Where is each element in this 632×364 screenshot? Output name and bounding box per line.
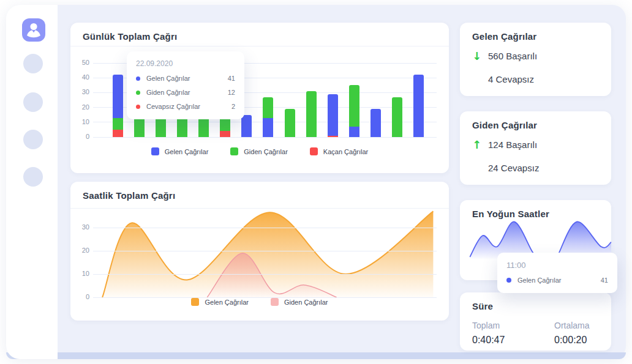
legend-label: Gelen Çağrılar [205,299,249,306]
y-tick-label: 10 [72,118,89,125]
bar-day-8[interactable] [263,97,273,137]
legend-item-giden[interactable]: Giden Çağrılar [271,298,328,306]
cevapsiz-dot-icon [136,105,140,109]
tooltip-label: Gelen Çağrılar [146,75,190,82]
tooltip-row: Gelen Çağrılar 41 [506,277,608,284]
daily-chart-title: Günlük Toplam Çağrı [83,31,177,42]
y-tick-label: 20 [72,247,89,254]
legend-swatch-giden [230,147,238,155]
daily-legend: Gelen Çağrılar Giden Çağrılar Kaçan Çağr… [70,147,449,155]
tooltip-label: Gelen Çağrılar [517,277,562,284]
sidebar-nav-placeholder-4[interactable] [23,167,43,187]
legend-label: Giden Çağrılar [244,148,288,155]
tooltip-label: Giden Çağrılar [146,89,190,96]
legend-label: Kaçan Çağrılar [323,148,368,155]
incoming-missed-text: 4 Cevapsız [488,74,534,84]
dashboard-window: Günlük Toplam Çağrı 50403020100 Gelen Ça… [6,5,626,359]
outgoing-card-title: Giden Çağrılar [472,120,537,130]
bar-segment [263,97,273,118]
gridline [93,274,437,275]
bar-day-13[interactable] [371,109,381,137]
tooltip-date: 22.09.2020 [136,59,235,68]
bar-segment [113,75,123,117]
outgoing-missed-text: 24 Cevapsız [488,163,539,173]
tooltip-label: Cevapsız Çağrılar [146,103,200,110]
sidebar [6,5,58,359]
incoming-card-title: Gelen Çağrılar [472,31,536,42]
y-tick-label: 40 [72,73,89,81]
bar-segment [371,109,381,137]
hourly-chart-title: Saatlik Toplam Çağrı [83,190,175,201]
arrow-down-icon: ↓ [472,50,488,62]
tooltip-row: Giden Çağrılar 12 [136,89,235,96]
bar-day-15[interactable] [413,75,424,137]
bar-day-9[interactable] [285,109,295,137]
outgoing-calls-card: Giden Çağrılar ↑ 124 Başarılı 24 Cevapsı… [460,111,611,185]
incoming-success-text: 560 Başarılı [488,51,537,61]
duration-average-col: Ortalama 0:00:20 [554,321,590,346]
bar-segment [413,75,424,137]
outgoing-success-row: ↑ 124 Başarılı [472,138,537,151]
y-tick-label: 50 [72,59,89,66]
y-tick-label: 20 [72,103,89,111]
bar-segment [113,130,123,137]
bar-day-7[interactable] [241,115,252,137]
gelen-area-fill [102,211,433,297]
duration-total-value: 0:40:47 [472,335,505,346]
support-agent-glyph [22,18,45,42]
bar-segment [349,85,359,127]
tooltip-time: 11:00 [506,261,608,270]
gridline [93,228,437,228]
bar-day-10[interactable] [306,91,317,137]
legend-item-giden[interactable]: Giden Çağrılar [230,147,288,155]
legend-item-gelen[interactable]: Gelen Çağrılar [151,147,209,155]
busiest-card-title: En Yoğun Saatler [472,209,549,219]
arrow-up-icon: ↑ [472,138,488,151]
bar-segment [306,91,317,137]
bar-segment [349,127,359,137]
window-bottom-strip [6,352,626,359]
bar-day-1[interactable] [113,75,123,137]
bar-segment [220,131,230,137]
duration-card-title: Süre [472,301,493,311]
duration-average-label: Ortalama [554,321,590,330]
giden-dot-icon [136,91,140,95]
bar-day-14[interactable] [392,97,402,137]
y-tick-label: 30 [72,223,89,231]
hourly-legend: Gelen Çağrılar Giden Çağrılar [70,298,449,306]
bar-day-11[interactable] [328,94,338,137]
sidebar-nav-placeholder-3[interactable] [23,130,43,149]
daily-chart-tooltip: 22.09.2020 Gelen Çağrılar 41 Giden Çağrı… [127,51,244,119]
tooltip-row: Gelen Çağrılar 41 [136,75,235,82]
bar-day-12[interactable] [349,85,359,137]
tooltip-value: 2 [231,103,235,110]
bar-segment [263,118,273,138]
duration-total-col: Toplam 0:40:47 [472,321,505,346]
legend-swatch-gelen [191,298,199,306]
hourly-area-svg [93,211,437,297]
y-tick-label: 30 [72,88,89,95]
gridline [93,251,437,251]
card-divider [70,208,449,209]
hourly-calls-card: Saatlik Toplam Çağrı 3020100 [70,182,449,321]
sidebar-nav-placeholder-2[interactable] [23,92,43,112]
legend-swatch-giden [271,298,279,306]
bar-segment [328,94,338,136]
legend-label: Giden Çağrılar [284,299,328,306]
duration-card: Süre Toplam 0:40:47 Ortalama 0:00:20 [460,292,611,351]
sidebar-nav-placeholder-1[interactable] [23,54,43,73]
legend-item-kacan[interactable]: Kaçan Çağrılar [310,147,368,155]
bar-segment [113,118,123,130]
legend-item-gelen[interactable]: Gelen Çağrılar [191,298,249,306]
duration-average-value: 0:00:20 [554,335,590,346]
incoming-success-row: ↓ 560 Başarılı [472,50,537,62]
support-agent-icon[interactable] [22,18,45,42]
bar-segment [285,109,295,137]
busiest-tooltip: 11:00 Gelen Çağrılar 41 [497,253,617,293]
y-tick-label: 0 [72,133,89,140]
tooltip-value: 41 [228,75,235,82]
legend-swatch-kacan [310,147,318,155]
card-divider [70,46,449,46]
bar-segment [392,97,402,137]
tooltip-value: 41 [601,277,608,284]
